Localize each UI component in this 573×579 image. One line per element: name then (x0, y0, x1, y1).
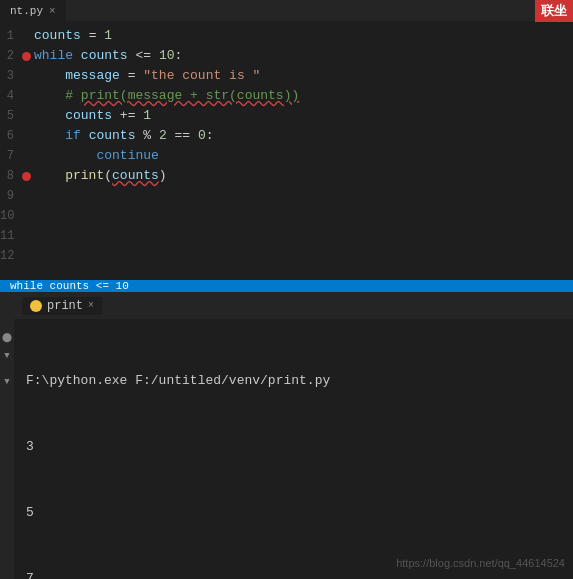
terminal-output-3: 3 (26, 436, 561, 458)
terminal-tab-icon (30, 300, 42, 312)
terminal-tab-bar: print × (14, 292, 573, 320)
status-text: while counts <= 10 (10, 280, 129, 292)
terminal-tab[interactable]: print × (22, 297, 102, 315)
editor-tab[interactable]: nt.py × (0, 0, 67, 22)
code-line-12: 12 (0, 246, 573, 266)
sidebar-icon-3: ▼ (4, 377, 9, 387)
terminal-output-7: 7 (26, 568, 561, 579)
status-bar: while counts <= 10 (0, 280, 573, 292)
terminal-tab-close[interactable]: × (88, 300, 94, 311)
code-line-4: 4 # print(message + str(counts)) (0, 86, 573, 106)
terminal-sidebar: ⬤ ▼ ▼ (0, 292, 14, 579)
code-line-7: 7 continue (0, 146, 573, 166)
terminal-tab-label: print (47, 299, 83, 313)
tab-bar: nt.py × (0, 0, 573, 22)
top-watermark: 联坐 (535, 0, 573, 22)
bottom-section: ⬤ ▼ ▼ print × F:\python.exe F:/untitled/… (0, 292, 573, 579)
code-line-8: 8 print(counts) (0, 166, 573, 186)
main-container: nt.py × 1 counts = 1 2 while count (0, 0, 573, 579)
code-line-2: 2 while counts <= 10: (0, 46, 573, 66)
breakpoint-icon-2 (22, 172, 31, 181)
code-line-1: 1 counts = 1 (0, 26, 573, 46)
code-line-6: 6 if counts % 2 == 0: (0, 126, 573, 146)
sidebar-icon-2: ▼ (4, 351, 9, 361)
code-line-11: 11 (0, 226, 573, 246)
tab-close-icon[interactable]: × (49, 5, 56, 17)
bottom-watermark: https://blog.csdn.net/qq_44614524 (396, 557, 565, 569)
breakpoint-icon (22, 52, 31, 61)
sidebar-icon-1: ⬤ (2, 332, 12, 343)
terminal-command: F:\python.exe F:/untitled/venv/print.py (26, 370, 561, 392)
terminal-output-5: 5 (26, 502, 561, 524)
code-line-5: 5 counts += 1 (0, 106, 573, 126)
terminal-main: print × F:\python.exe F:/untitled/venv/p… (14, 292, 573, 579)
code-lines: 1 counts = 1 2 while counts <= 10: 3 (0, 22, 573, 280)
tab-filename: nt.py (10, 5, 43, 17)
terminal-content: F:\python.exe F:/untitled/venv/print.py … (14, 320, 573, 579)
editor-area[interactable]: 1 counts = 1 2 while counts <= 10: 3 (0, 22, 573, 280)
code-line-10: 10 (0, 206, 573, 226)
code-line-3: 3 message = "the count is " (0, 66, 573, 86)
code-line-9: 9 (0, 186, 573, 206)
editor-section: 1 counts = 1 2 while counts <= 10: 3 (0, 22, 573, 280)
